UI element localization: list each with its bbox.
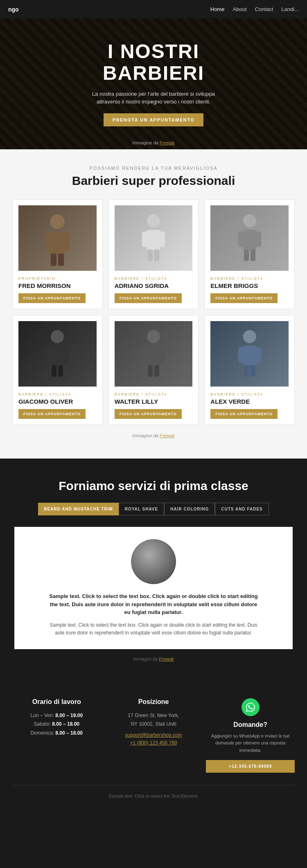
nav-about[interactable]: About: [233, 6, 247, 12]
svg-rect-22: [52, 365, 56, 377]
service-avatar: [131, 539, 176, 584]
barber-btn-5[interactable]: FISSA UN APPUNTAMENTO: [115, 409, 182, 419]
tab-beard-mustache[interactable]: BEARD AND MUSTACHE TRIM: [38, 503, 119, 515]
footer-hours-list: Lun – Ven: 8.00 – 19.00 Sabato: 8.00 – 1…: [12, 711, 101, 738]
barber-photo-6: [210, 321, 289, 387]
barber-photo-3: [210, 205, 289, 271]
services-section: Forniamo servizi di prima classe BEARD A…: [0, 459, 307, 678]
service-avatar-image: [131, 539, 176, 584]
svg-rect-9: [159, 232, 165, 247]
footer-hours-row-2: Sabato: 8.00 – 18.00: [12, 720, 101, 729]
footer-hours-row-3: Domenica: 8.00 – 18.00: [12, 729, 101, 738]
service-text-normal: Sample text. Click to select the text bo…: [47, 621, 260, 637]
svg-rect-28: [148, 365, 153, 377]
nav-home[interactable]: Home: [210, 6, 225, 12]
service-text-bold: Sample text. Click to select the text bo…: [47, 592, 260, 616]
tab-royal-shave[interactable]: ROYAL SHAVE: [119, 503, 164, 515]
barber-name-6: ALEX VERDE: [210, 398, 289, 405]
barber-figure-2: [137, 209, 170, 267]
svg-rect-29: [154, 365, 159, 377]
barber-btn-4[interactable]: FISSA UN APPUNTAMENTO: [18, 409, 86, 419]
svg-rect-8: [142, 232, 148, 247]
nav-landing[interactable]: Landi...: [281, 6, 299, 12]
footer-bottom-text: Sample text. Click to select the Text El…: [108, 794, 199, 798]
footer-hours-col: Orario di lavoro Lun – Ven: 8.00 – 19.00…: [12, 698, 101, 773]
svg-rect-14: [238, 232, 244, 247]
tab-cuts-fades[interactable]: CUTS AND FADES: [215, 503, 269, 515]
barber-name-2: ADRIANO SGRIDA: [115, 282, 193, 289]
barber-photo-5: [115, 321, 193, 387]
svg-rect-5: [58, 254, 64, 266]
hero-title: I NOSTRI BARBIERI: [0, 41, 307, 84]
barbers-credit: Immagine da Freepik: [12, 433, 295, 450]
barber-figure-3: [233, 209, 266, 267]
barber-role-1: PROPRIETARIO: [18, 277, 97, 281]
hero-credit-link[interactable]: Freepik: [160, 140, 175, 145]
svg-rect-31: [243, 346, 256, 366]
footer-email[interactable]: support@barbershop.com: [109, 732, 198, 738]
whatsapp-icon: [242, 698, 260, 716]
barber-btn-2[interactable]: FISSA UN APPUNTAMENTO: [115, 293, 182, 303]
footer-contact-col: Domande? Aggiungici su WhatsApp e inviac…: [206, 698, 295, 773]
barbers-eyebrow: POSSIAMO RENDERE LA TUA MERAVIGLIOSA: [12, 166, 295, 171]
barbers-credit-link[interactable]: Freepik: [160, 433, 175, 438]
barber-role-2: BARBIERE / STILISTA: [115, 277, 193, 281]
barber-figure-1: [41, 209, 74, 267]
svg-point-0: [50, 214, 65, 229]
barber-btn-1[interactable]: FISSA UN APPUNTAMENTO: [18, 293, 86, 303]
barber-photo-4: [18, 321, 97, 387]
barber-btn-3[interactable]: FISSA UN APPUNTAMENTO: [210, 293, 278, 303]
barbers-grid: PROPRIETARIO FRED MORRISON FISSA UN APPU…: [12, 199, 295, 425]
barber-card-2: BARBIERE / STILISTA ADRIANO SGRIDA FISSA…: [108, 199, 199, 309]
footer-hours-title: Orario di lavoro: [12, 698, 101, 706]
footer-grid: Orario di lavoro Lun – Ven: 8.00 – 19.00…: [12, 698, 295, 773]
barber-photo-1: [18, 205, 97, 271]
services-credit-link[interactable]: Freepik: [159, 657, 174, 661]
nav-contact[interactable]: Contact: [255, 6, 273, 12]
svg-rect-34: [244, 365, 249, 377]
barber-card-5: BARBIERE / STILISTA WALTER LILLY FISSA U…: [108, 315, 199, 425]
svg-point-24: [147, 330, 160, 343]
navigation: ngo Home About Contact Landi...: [0, 0, 307, 18]
barber-name-1: FRED MORRISON: [18, 282, 97, 289]
hero-credit: Immagine da Freepik: [132, 140, 174, 145]
tab-hair-coloring[interactable]: HAIR COLORING: [164, 503, 215, 515]
svg-point-30: [243, 330, 256, 343]
footer-cta-button[interactable]: +12-345-678-89089: [206, 760, 295, 773]
services-tabs: BEARD AND MUSTACHE TRIM ROYAL SHAVE HAIR…: [12, 503, 295, 515]
hero-content: I NOSTRI BARBIERI La nostra passione per…: [0, 18, 307, 126]
barber-figure-4: [41, 325, 74, 382]
barber-name-4: GIACOMO OLIVER: [18, 398, 97, 405]
barber-card-4: BARBIERE / STILISTA GIACOMO OLIVER FISSA…: [12, 315, 103, 425]
logo: ngo: [8, 6, 19, 13]
svg-rect-11: [154, 250, 159, 261]
barber-btn-6[interactable]: FISSA UN APPUNTAMENTO: [210, 409, 278, 419]
svg-rect-27: [159, 347, 165, 363]
footer-location-col: Posizione 17 Green St, New York, NY 1000…: [109, 698, 198, 773]
svg-rect-3: [64, 233, 70, 250]
barber-role-3: BARBIERE / STILISTA: [210, 277, 289, 281]
svg-rect-32: [238, 347, 244, 363]
svg-rect-23: [58, 365, 63, 377]
svg-rect-15: [255, 232, 261, 247]
barber-role-5: BARBIERE / STILISTA: [115, 392, 193, 396]
barber-role-4: BARBIERE / STILISTA: [18, 392, 97, 396]
hero-cta-button[interactable]: PRENOTA UN APPUNTAMENTO: [104, 113, 204, 126]
svg-rect-16: [244, 250, 249, 261]
services-credit: Immagini da Freepik: [12, 657, 295, 661]
svg-rect-35: [251, 365, 255, 377]
footer-phone[interactable]: +1 (800) 123 456 789: [130, 740, 177, 746]
footer: Orario di lavoro Lun – Ven: 8.00 – 19.00…: [0, 678, 307, 811]
hero-subtitle: La nostra passione per l'arte del barbie…: [84, 90, 223, 106]
barber-card-3: BARBIERE / STILISTA ELMER BRIGGS FISSA U…: [204, 199, 295, 309]
footer-location-title: Posizione: [109, 698, 198, 706]
barber-name-3: ELMER BRIGGS: [210, 282, 289, 289]
svg-rect-10: [148, 250, 153, 261]
svg-rect-20: [46, 347, 52, 363]
barber-card-1: PROPRIETARIO FRED MORRISON FISSA UN APPU…: [12, 199, 103, 309]
barbers-title: Barbieri super professionali: [12, 174, 295, 188]
services-panel: Sample text. Click to select the text bo…: [14, 527, 293, 649]
hero-section: I NOSTRI BARBIERI La nostra passione per…: [0, 18, 307, 149]
nav-links: Home About Contact Landi...: [210, 6, 299, 12]
svg-rect-26: [142, 347, 148, 363]
